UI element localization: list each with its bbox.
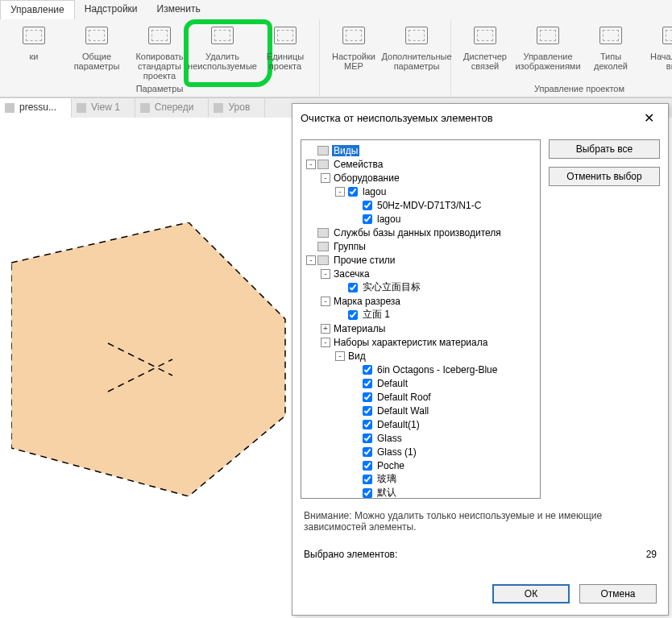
category-icon — [317, 160, 329, 169]
collapse-icon[interactable]: - — [321, 297, 330, 306]
button-label: Единицы проекта — [267, 52, 304, 71]
image-manager-button[interactable]: Управление изображениями — [519, 23, 577, 71]
category-icon — [317, 255, 329, 265]
purge-unused-button[interactable]: Удалить неиспользуемые — [193, 23, 251, 71]
ribbon-panel: Диспетчер связейУправление изображениями… — [451, 19, 672, 97]
tree-row[interactable]: 立面 1 — [303, 308, 538, 321]
purge-tree[interactable]: Виды-Семейства-Оборудование-lagou50Hz-MD… — [301, 139, 541, 499]
ribbon-tabs: УправлениеНадстройкиИзменить — [0, 0, 672, 19]
tree-checkbox[interactable] — [363, 420, 372, 429]
selection-count-label: Выбрано элементов: — [304, 549, 646, 560]
tree-row[interactable]: Службы базы данных производителя — [303, 226, 538, 239]
cancel-button[interactable]: Отмена — [579, 584, 657, 603]
tree-checkbox[interactable] — [363, 475, 372, 484]
tree-row[interactable]: Default — [303, 376, 538, 390]
view-tab-label: pressu... — [19, 102, 56, 113]
collapse-icon[interactable]: - — [335, 351, 345, 361]
select-all-button[interactable]: Выбрать все — [549, 139, 660, 159]
tree-checkbox[interactable] — [348, 283, 358, 292]
copy-standards-button[interactable]: Копировать стандарты проекта — [131, 23, 189, 81]
tree-row[interactable]: -Прочие стили — [303, 253, 538, 267]
ok-button[interactable]: ОК — [492, 584, 570, 603]
tree-checkbox[interactable] — [363, 406, 372, 416]
panel-title — [325, 92, 446, 95]
tree-checkbox[interactable] — [363, 392, 372, 402]
tree-row[interactable]: 实心立面目标 — [303, 280, 538, 294]
button-label: ки — [30, 52, 39, 61]
expand-icon[interactable]: + — [321, 324, 330, 334]
tree-row[interactable]: +Материалы — [303, 321, 538, 335]
tree-spacer — [335, 310, 345, 320]
shared-params-button[interactable]: Общие параметры — [68, 23, 126, 71]
view-tab[interactable]: View 1 — [72, 98, 135, 118]
tree-spacer — [350, 214, 359, 224]
link-manager-button[interactable]: Диспетчер связей — [456, 23, 514, 71]
tree-checkbox[interactable] — [348, 187, 358, 197]
tree-row[interactable]: Виды — [303, 143, 538, 157]
tree-row[interactable]: Группы — [303, 239, 538, 253]
tree-checkbox[interactable] — [348, 310, 358, 320]
tree-label: Группы — [332, 241, 367, 252]
view-tab[interactable]: Спереди — [135, 98, 209, 118]
start-view-button[interactable]: Начальный вид — [645, 23, 672, 71]
tree-row[interactable]: -Вид — [303, 349, 538, 363]
tree-label: Glass — [375, 433, 404, 444]
tree-checkbox[interactable] — [363, 201, 372, 210]
tree-row[interactable]: -Семейства — [303, 157, 538, 171]
tree-label: Службы базы данных производителя — [332, 227, 503, 238]
tree-row[interactable]: Default Roof — [303, 390, 538, 404]
ribbon-panel: Настройки MEPДополнительные параметры — [320, 19, 451, 97]
tree-checkbox[interactable] — [363, 461, 372, 471]
project-units-button[interactable]: Единицы проекта — [256, 23, 314, 71]
ribbon-tab[interactable]: Управление — [0, 0, 75, 19]
view-tab[interactable]: Уров — [209, 98, 265, 118]
tree-row[interactable]: Default(1) — [303, 417, 538, 431]
tree-row[interactable]: 玻璃 — [303, 472, 538, 486]
tree-row[interactable]: 6in Octagons - Iceberg-Blue — [303, 363, 538, 376]
collapse-icon[interactable]: - — [306, 255, 316, 265]
collapse-icon[interactable]: - — [335, 187, 345, 197]
tree-checkbox[interactable] — [363, 379, 372, 388]
collapse-icon[interactable]: - — [321, 269, 330, 279]
tree-spacer — [350, 447, 359, 457]
view-tab[interactable]: pressu... — [0, 98, 72, 118]
ribbon-tab[interactable]: Изменить — [147, 0, 210, 19]
tree-row[interactable]: Poche — [303, 458, 538, 472]
tree-label: 默认 — [375, 486, 398, 499]
project-units-icon — [272, 23, 298, 48]
tree-checkbox[interactable] — [363, 433, 372, 443]
collapse-icon[interactable]: - — [321, 173, 330, 183]
ribbon-tab[interactable]: Надстройки — [75, 0, 147, 19]
tree-row[interactable]: -Марка разреза — [303, 294, 538, 308]
svg-marker-0 — [11, 222, 285, 496]
tree-checkbox[interactable] — [363, 214, 372, 224]
tree-row[interactable]: -Оборудование — [303, 171, 538, 185]
settings-button[interactable]: ки — [5, 23, 63, 61]
tree-row[interactable]: -Наборы характеристик материала — [303, 335, 538, 349]
selection-count-row: Выбрано элементов: 29 — [292, 547, 668, 576]
close-icon[interactable]: ✕ — [637, 110, 660, 126]
tree-row[interactable]: -Засечка — [303, 267, 538, 280]
tree-row[interactable]: Default Wall — [303, 404, 538, 417]
tree-row[interactable]: Glass (1) — [303, 445, 538, 458]
tree-row[interactable]: -lagou — [303, 185, 538, 198]
dialog-titlebar: Очистка от неиспользуемых элементов ✕ — [292, 104, 668, 131]
tree-checkbox[interactable] — [363, 447, 372, 457]
tree-spacer — [306, 146, 316, 156]
button-label: Общие параметры — [74, 52, 120, 71]
tree-row[interactable]: 50Hz-MDV-D71T3/N1-C — [303, 198, 538, 212]
mep-settings-button[interactable]: Настройки MEP — [325, 23, 383, 71]
decal-types-button[interactable]: Типы деколей — [582, 23, 640, 71]
tree-spacer — [350, 379, 359, 388]
extra-params-button[interactable]: Дополнительные параметры — [388, 23, 446, 71]
tree-label: Default Wall — [375, 405, 430, 417]
tree-checkbox[interactable] — [363, 365, 372, 375]
select-none-button[interactable]: Отменить выбор — [549, 167, 660, 186]
tree-checkbox[interactable] — [363, 488, 372, 498]
tree-row[interactable]: 默认 — [303, 486, 538, 499]
button-label: Начальный вид — [650, 52, 672, 71]
collapse-icon[interactable]: - — [306, 160, 316, 169]
collapse-icon[interactable]: - — [321, 338, 330, 347]
tree-row[interactable]: lagou — [303, 212, 538, 226]
tree-row[interactable]: Glass — [303, 431, 538, 445]
